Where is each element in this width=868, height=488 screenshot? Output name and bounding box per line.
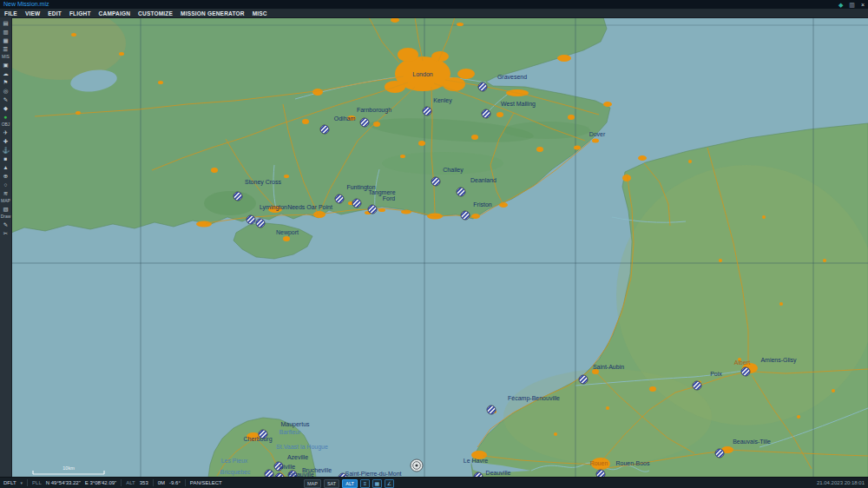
airfield-label-friston: Friston (473, 201, 492, 208)
menu-campaign[interactable]: CAMPAIGN (99, 10, 131, 16)
menu-flight[interactable]: FLIGHT (69, 10, 91, 16)
layer-button-sat[interactable]: SAT (324, 479, 339, 488)
coord-profile-selector[interactable]: DFLT (3, 480, 16, 485)
layer-button-map[interactable]: MAP (304, 479, 321, 488)
toolbar-section-obj: OBJ (2, 122, 10, 128)
map-canvas[interactable]: GravesendKenleyWest MallingFarnboroughOd… (11, 17, 868, 478)
triggers-icon[interactable]: ⚑ (1, 78, 10, 86)
toolbar-section-map: MAP (1, 198, 10, 204)
city-label-les-pieux: Les Pieux (221, 458, 248, 464)
toolbar-section-draw: Draw (1, 214, 11, 220)
airfield-label-farnborough: Farnborough (357, 107, 391, 114)
datetime-display: 21.04.2023 20:18:01 (817, 480, 865, 485)
airfield-label-amiens-glisy: Amiens-Glisy (760, 357, 797, 364)
mission-editor-window: New Mission.miz ◆▥× FILEVIEWEDITFLIGHTCA… (0, 0, 868, 488)
helicopter-icon[interactable]: ✚ (1, 137, 10, 145)
cursor-longitude: E 3°08'42.09" (85, 480, 116, 485)
airfield-label-west-malling: West Malling (501, 101, 536, 108)
left-toolbar: ▤▥▦☰MIS▣☁⚑◎✎◆●OBJ✈✚⚓■▲⊕○≋MAP▧Draw✎✂ (0, 17, 12, 478)
menu-edit[interactable]: EDIT (48, 10, 62, 16)
menu-view[interactable]: VIEW (25, 10, 40, 16)
altitude-label: ALT (126, 480, 135, 485)
menu-file[interactable]: FILE (4, 10, 17, 16)
close-icon[interactable]: × (861, 1, 865, 9)
sync-icon[interactable]: ◆ (838, 1, 843, 9)
city-label-rouen: Rouen (590, 460, 608, 466)
menu-customize[interactable]: CUSTOMIZE (138, 10, 173, 16)
airfield-label-biville: Biville (279, 464, 295, 470)
caret-down-icon: ▾ (21, 480, 23, 485)
titlebar-icons: ◆▥× (838, 1, 865, 9)
ship-icon[interactable]: ⚓ (1, 146, 10, 154)
airfield-label-needs-oar-point: Needs Oar Point (287, 204, 332, 210)
city-label-dover: Dover (589, 131, 606, 137)
city-label-bricquebec: Bricquebec (220, 469, 251, 476)
wind-value: 0M (158, 480, 165, 485)
airfield-label-chailey: Chailey (443, 167, 464, 174)
coord-system-label: PLL (32, 480, 42, 485)
airfield-label-f-camp-benouville: Fécamp-Benouville (508, 395, 560, 402)
aircraft-icon[interactable]: ✈ (1, 129, 10, 136)
airfield-label-ford: Ford (383, 195, 396, 201)
airfield-label-saint-pierre-du-mont: Saint-Pierre-du-Mont (345, 471, 402, 477)
briefing-icon[interactable]: ▣ (1, 61, 10, 69)
airfield-label-gravesend: Gravesend (497, 74, 527, 80)
grid-icon[interactable]: ▦ (372, 479, 382, 488)
toolbar-section-mis: MIS (2, 54, 10, 60)
weather-icon[interactable]: ☁ (1, 69, 10, 77)
divider (185, 479, 186, 486)
measure-icon[interactable]: ∠ (385, 479, 394, 488)
divider (153, 479, 154, 486)
window-title: New Mission.miz (3, 0, 49, 9)
template-icon[interactable]: ⊕ (1, 172, 10, 180)
divider (121, 479, 122, 486)
altitude-value: 353 (140, 480, 148, 485)
goals-icon[interactable]: ◆ (1, 104, 10, 112)
city-label-london: London (412, 71, 432, 77)
map-layer-controls: MAPSATALT≡▦∠ (304, 479, 394, 488)
trigger-zone-icon[interactable]: ○ (1, 181, 10, 188)
bullseye-marker[interactable] (411, 459, 423, 472)
rules-icon[interactable]: ◎ (1, 87, 10, 95)
layers-icon[interactable]: ≡ (360, 479, 370, 488)
layer-button-alt[interactable]: ALT (342, 479, 358, 488)
menu-mission-generator[interactable]: MISSION GENERATOR (181, 10, 245, 16)
temperature-value: -9.6° (169, 480, 181, 485)
divider (27, 479, 28, 486)
menu-misc[interactable]: MISC (253, 10, 267, 16)
map-layer-icon[interactable]: ▧ (1, 205, 10, 213)
airfield-label-poix: Poix (710, 371, 722, 377)
erase-icon[interactable]: ✂ (1, 229, 10, 237)
failures-icon[interactable]: ✎ (1, 96, 10, 103)
city-label-cherbourg: Cherbourg (243, 436, 272, 443)
city-label-newport: Newport (276, 229, 299, 236)
city-label-le-havre: Le Havre (464, 458, 489, 464)
airfield-label-beauvais-tille: Beauvais-Tille (733, 439, 771, 445)
save-mission-icon[interactable]: ▦ (1, 36, 10, 44)
cursor-latitude: N 49°54'33.22" (46, 480, 81, 485)
draw-icon[interactable]: ✎ (1, 221, 10, 228)
statusbar-left: DFLT ▾ PLL N 49°54'33.22" E 3°08'42.09" … (3, 479, 222, 486)
objects-indicator-icon[interactable]: ● (1, 113, 10, 121)
mission-options-icon[interactable]: ☰ (1, 45, 10, 53)
distance-tool-icon[interactable]: ≋ (1, 189, 10, 197)
open-mission-icon[interactable]: ▥ (1, 28, 10, 36)
airfield-label-saint-aubin: Saint-Aubin (593, 364, 624, 370)
panel-icon[interactable]: ▥ (849, 1, 855, 9)
airfield-label-azeville: Azeville (287, 454, 308, 460)
airfield-label-maupertus: Maupertus (280, 421, 310, 428)
airfield-label-stoney-cross: Stoney Cross (245, 179, 282, 186)
city-label-albert: Albert (734, 359, 750, 366)
vehicle-icon[interactable]: ■ (1, 155, 10, 162)
interaction-mode: PAN/SELECT (190, 480, 222, 485)
airfield-label-odiham: Odiham (334, 115, 356, 122)
airfield-label-rouen-boos: Rouen-Boos (616, 460, 650, 466)
airfield-label-deauville: Deauville (486, 470, 511, 476)
title-bar: New Mission.miz ◆▥× (0, 0, 868, 9)
menu-bar: FILEVIEWEDITFLIGHTCAMPAIGNCUSTOMIZEMISSI… (0, 9, 868, 18)
new-mission-icon[interactable]: ▤ (1, 19, 10, 27)
map-area[interactable]: GravesendKenleyWest MallingFarnboroughOd… (11, 17, 868, 478)
airfield-label-kenley: Kenley (433, 97, 452, 104)
airfield-label-deanland: Deanland (470, 177, 496, 183)
static-object-icon[interactable]: ▲ (1, 163, 10, 171)
